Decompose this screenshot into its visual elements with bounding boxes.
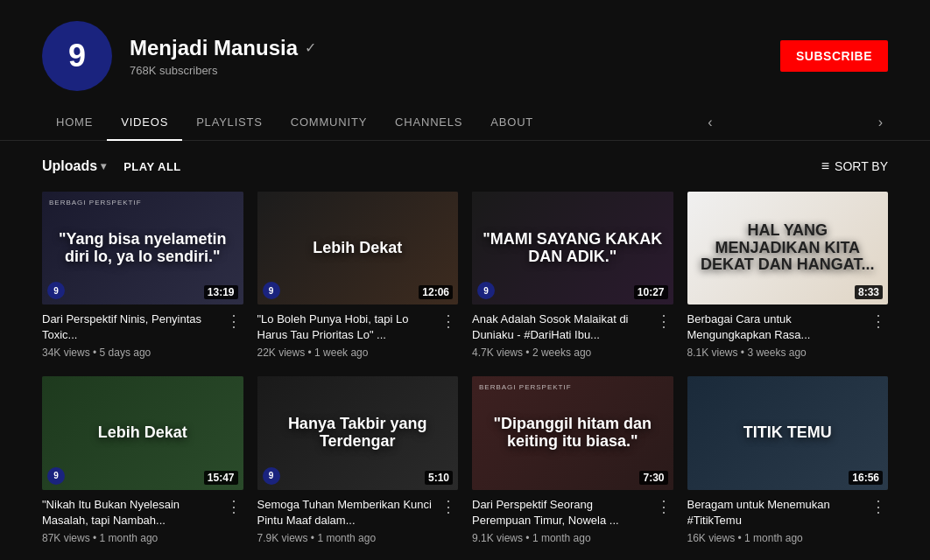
video-card[interactable]: HAL YANG MENJADIKAN KITA DEKAT DAN HANGA… <box>687 192 889 359</box>
duration-badge: 16:56 <box>849 471 883 485</box>
uploads-toolbar: Uploads ▾ PLAY ALL ≡ SORT BY <box>42 158 888 174</box>
video-title: Berbagai Cara untuk Mengungkapkan Rasa..… <box>687 312 863 343</box>
verified-icon: ✓ <box>305 39 316 56</box>
berbagi-label: BERBAGI PERSPEKTIF <box>49 199 142 206</box>
channel-name: Menjadi Manusia <box>130 36 298 60</box>
tab-home[interactable]: HOME <box>42 105 107 141</box>
channel-header: 9 Menjadi Manusia ✓ 768K subscribers SUB… <box>0 0 930 105</box>
uploads-dropdown[interactable]: Uploads ▾ <box>42 158 106 174</box>
tab-videos[interactable]: VIDEOS <box>107 105 182 141</box>
video-thumbnail: Hanya Takbir yang Terdengar 5:10 9 <box>257 376 459 489</box>
video-title-section: Semoga Tuhan Memberikan Kunci Pintu Maaf… <box>257 497 433 544</box>
video-thumbnail: TITIK TEMU 16:56 <box>687 376 889 489</box>
thumb-text: Hanya Takbir yang Terdengar <box>257 409 459 458</box>
video-thumbnail: Lebih Dekat 12:06 9 <box>257 192 459 304</box>
video-grid: BERBAGI PERSPEKTIF "Yang bisa nyelametin… <box>42 192 888 544</box>
avatar: 9 <box>42 21 112 91</box>
tab-channels[interactable]: CHANNELS <box>381 105 476 141</box>
duration-badge: 15:47 <box>204 471 238 485</box>
duration-badge: 8:33 <box>855 285 883 299</box>
video-title: "Nikah Itu Bukan Nyelesain Masalah, tapi… <box>42 497 217 528</box>
duration-badge: 10:27 <box>634 285 668 299</box>
uploads-label-text: Uploads <box>42 158 97 174</box>
duration-badge: 7:30 <box>639 471 667 485</box>
nav-prev-arrow[interactable]: ‹ <box>702 108 717 137</box>
uploads-left: Uploads ▾ PLAY ALL <box>42 158 181 174</box>
video-meta: "Nikah Itu Bukan Nyelesain Masalah, tapi… <box>42 497 243 544</box>
more-options-button[interactable]: ⋮ <box>224 497 243 516</box>
uploads-chevron-icon: ▾ <box>101 160 106 172</box>
video-stats: 7.9K views • 1 month ago <box>257 532 433 544</box>
video-title-section: Anak Adalah Sosok Malaikat di Duniaku - … <box>472 312 647 359</box>
video-stats: 22K views • 1 week ago <box>257 346 433 359</box>
video-thumbnail: Lebih Dekat 15:47 9 <box>42 376 243 489</box>
duration-badge: 12:06 <box>419 285 453 299</box>
video-meta: "Lo Boleh Punya Hobi, tapi Lo Harus Tau … <box>257 312 459 359</box>
duration-badge: 13:19 <box>204 285 238 299</box>
thumb-text: Lebih Dekat <box>91 417 194 449</box>
video-card[interactable]: BERBAGI PERSPEKTIF "Yang bisa nyelametin… <box>42 192 243 359</box>
video-card[interactable]: Hanya Takbir yang Terdengar 5:10 9 Semog… <box>257 376 459 543</box>
video-thumbnail: "MAMI SAYANG KAKAK DAN ADIK." 10:27 9 <box>472 192 673 304</box>
video-stats: 4.7K views • 2 weeks ago <box>472 346 647 359</box>
berbagi-label: BERBAGI PERSPEKTIF <box>479 383 572 391</box>
video-card[interactable]: Lebih Dekat 15:47 9 "Nikah Itu Bukan Nye… <box>42 376 243 543</box>
video-thumbnail: BERBAGI PERSPEKTIF "Dipanggil hitam dan … <box>472 376 673 489</box>
more-options-button[interactable]: ⋮ <box>439 497 458 516</box>
video-title-section: Dari Perspektif Ninis, Penyintas Toxic..… <box>42 312 217 359</box>
video-title: "Lo Boleh Punya Hobi, tapi Lo Harus Tau … <box>257 312 433 343</box>
channel-logo-badge: 9 <box>263 282 280 299</box>
more-options-button[interactable]: ⋮ <box>869 497 888 516</box>
video-card[interactable]: BERBAGI PERSPEKTIF "Dipanggil hitam dan … <box>472 376 673 543</box>
video-meta: Semoga Tuhan Memberikan Kunci Pintu Maaf… <box>257 497 459 544</box>
more-options-button[interactable]: ⋮ <box>869 312 888 331</box>
subscriber-count: 768K subscribers <box>130 64 780 77</box>
channel-logo-badge: 9 <box>477 282 495 299</box>
channel-info: Menjadi Manusia ✓ 768K subscribers <box>130 36 780 77</box>
thumb-text: "MAMI SAYANG KAKAK DAN ADIK." <box>472 224 673 273</box>
thumb-text: TITIK TEMU <box>736 417 839 449</box>
content-area: Uploads ▾ PLAY ALL ≡ SORT BY BERBAGI PER… <box>0 141 930 560</box>
thumb-text: HAL YANG MENJADIKAN KITA DEKAT DAN HANGA… <box>687 215 889 281</box>
video-title: Dari Perspektif Ninis, Penyintas Toxic..… <box>42 312 217 343</box>
channel-logo-badge: 9 <box>263 467 280 485</box>
video-title-section: Berbagai Cara untuk Mengungkapkan Rasa..… <box>687 312 863 359</box>
thumb-text: Lebih Dekat <box>306 233 409 264</box>
video-title-section: Dari Perspektif Seorang Perempuan Timur,… <box>472 497 647 544</box>
channel-name-row: Menjadi Manusia ✓ <box>130 36 780 60</box>
nav-tabs: HOME VIDEOS PLAYLISTS COMMUNITY CHANNELS… <box>0 105 930 141</box>
tab-community[interactable]: COMMUNITY <box>277 105 381 141</box>
more-options-button[interactable]: ⋮ <box>224 312 243 331</box>
channel-logo-badge: 9 <box>47 467 65 485</box>
video-stats: 8.1K views • 3 weeks ago <box>687 346 863 359</box>
sort-by-button[interactable]: ≡ SORT BY <box>821 158 888 174</box>
video-title-section: "Lo Boleh Punya Hobi, tapi Lo Harus Tau … <box>257 312 433 359</box>
video-thumbnail: HAL YANG MENJADIKAN KITA DEKAT DAN HANGA… <box>687 192 889 304</box>
video-thumbnail: BERBAGI PERSPEKTIF "Yang bisa nyelametin… <box>42 192 243 304</box>
video-meta: Dari Perspektif Ninis, Penyintas Toxic..… <box>42 312 243 359</box>
sort-by-label: SORT BY <box>835 159 888 173</box>
video-title: Beragam untuk Menemukan #TitikTemu <box>687 497 863 528</box>
video-title: Dari Perspektif Seorang Perempuan Timur,… <box>472 497 647 528</box>
video-card[interactable]: Lebih Dekat 12:06 9 "Lo Boleh Punya Hobi… <box>257 192 459 359</box>
video-meta: Beragam untuk Menemukan #TitikTemu 16K v… <box>687 497 889 544</box>
subscribe-button[interactable]: SUBSCRIBE <box>780 40 888 72</box>
more-options-button[interactable]: ⋮ <box>654 312 673 331</box>
tab-playlists[interactable]: PLAYLISTS <box>182 105 277 141</box>
video-card[interactable]: "MAMI SAYANG KAKAK DAN ADIK." 10:27 9 An… <box>472 192 673 359</box>
nav-next-arrow[interactable]: › <box>873 108 888 137</box>
duration-badge: 5:10 <box>425 471 453 485</box>
sort-icon: ≡ <box>821 158 829 174</box>
video-stats: 34K views • 5 days ago <box>42 346 217 359</box>
video-meta: Anak Adalah Sosok Malaikat di Duniaku - … <box>472 312 673 359</box>
video-meta: Dari Perspektif Seorang Perempuan Timur,… <box>472 497 673 544</box>
more-options-button[interactable]: ⋮ <box>439 312 458 331</box>
tab-about[interactable]: ABOUT <box>476 105 547 141</box>
video-meta: Berbagai Cara untuk Mengungkapkan Rasa..… <box>687 312 889 359</box>
video-card[interactable]: TITIK TEMU 16:56 Beragam untuk Menemukan… <box>687 376 889 543</box>
play-all-button[interactable]: PLAY ALL <box>123 160 181 173</box>
video-stats: 87K views • 1 month ago <box>42 532 217 544</box>
video-title-section: "Nikah Itu Bukan Nyelesain Masalah, tapi… <box>42 497 217 544</box>
video-title: Semoga Tuhan Memberikan Kunci Pintu Maaf… <box>257 497 433 528</box>
more-options-button[interactable]: ⋮ <box>654 497 673 516</box>
